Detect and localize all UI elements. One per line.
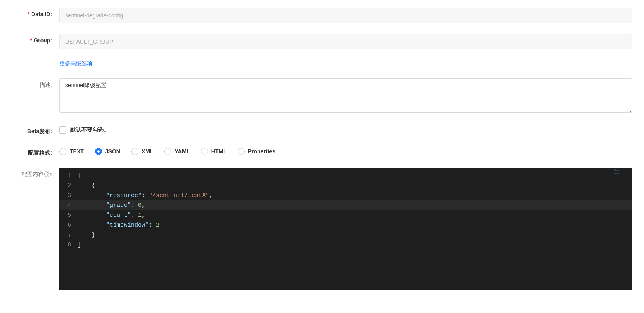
format-radio-json[interactable]: JSON — [95, 148, 120, 155]
line-number: 5 — [59, 210, 78, 220]
line-content: "timeWindow": 2 — [78, 220, 159, 230]
editor-minimap — [614, 169, 630, 173]
code-line[interactable]: 7 } — [59, 230, 632, 240]
content-label: 配置内容?: — [12, 168, 59, 178]
line-number: 6 — [59, 220, 78, 230]
code-line[interactable]: 4 "grade": 0, — [59, 200, 632, 210]
line-number: 7 — [59, 230, 78, 240]
beta-hint: 默认不要勾选。 — [70, 126, 109, 134]
code-editor[interactable]: 1[2 {3 "resource": "/sentinel/testA",4 "… — [59, 168, 632, 290]
radio-label: Properties — [248, 148, 275, 155]
line-content: [ — [78, 171, 81, 181]
format-radio-xml[interactable]: XML — [131, 148, 153, 155]
radio-label: XML — [142, 148, 153, 155]
line-content: "grade": 0, — [78, 200, 145, 210]
beta-label: Beta发布: — [12, 125, 59, 135]
radio-label: YAML — [174, 148, 189, 155]
format-radio-text[interactable]: TEXT — [59, 148, 84, 155]
radio-label: JSON — [105, 148, 120, 155]
radio-label: HTML — [211, 148, 227, 155]
format-radio-html[interactable]: HTML — [201, 148, 227, 155]
radio-circle — [238, 148, 245, 155]
group-label: Group: — [12, 34, 59, 44]
code-line[interactable]: 5 "count": 1, — [59, 210, 632, 220]
code-line[interactable]: 1[ — [59, 171, 632, 181]
line-content: ] — [78, 240, 81, 250]
line-content: "resource": "/sentinel/testA", — [78, 191, 213, 200]
radio-circle — [131, 148, 138, 155]
more-advanced-link[interactable]: 更多高级选项 — [59, 60, 93, 67]
radio-circle — [201, 148, 208, 155]
desc-textarea[interactable] — [59, 78, 632, 113]
line-content: { — [78, 181, 95, 191]
code-line[interactable]: 8] — [59, 240, 632, 250]
beta-checkbox[interactable] — [59, 126, 66, 134]
line-number: 4 — [59, 200, 78, 210]
line-number: 8 — [59, 240, 78, 250]
data-id-input — [59, 8, 632, 23]
data-id-label: Data ID: — [12, 8, 59, 17]
code-line[interactable]: 3 "resource": "/sentinel/testA", — [59, 191, 632, 200]
line-content: "count": 1, — [78, 210, 145, 220]
group-input — [59, 34, 632, 49]
line-number: 3 — [59, 191, 78, 200]
help-icon[interactable]: ? — [44, 171, 51, 177]
code-line[interactable]: 2 { — [59, 181, 632, 191]
line-number: 1 — [59, 171, 78, 181]
radio-circle — [59, 148, 66, 155]
line-content: } — [78, 230, 95, 240]
format-radio-properties[interactable]: Properties — [238, 148, 275, 155]
radio-circle — [95, 148, 102, 155]
code-line[interactable]: 6 "timeWindow": 2 — [59, 220, 632, 230]
desc-label: 描述: — [12, 78, 59, 89]
format-radio-yaml[interactable]: YAML — [164, 148, 189, 155]
format-label: 配置格式: — [12, 146, 59, 156]
line-number: 2 — [59, 181, 78, 191]
radio-circle — [164, 148, 171, 155]
radio-label: TEXT — [70, 148, 84, 155]
